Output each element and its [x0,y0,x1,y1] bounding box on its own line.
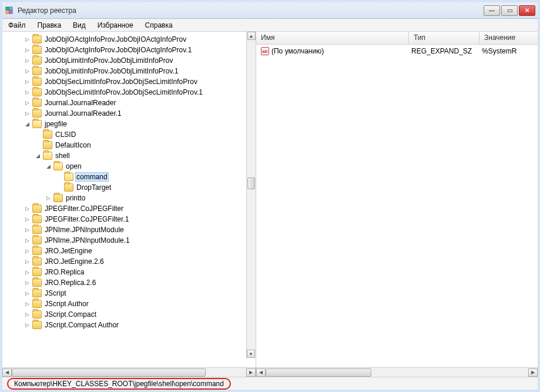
tree-node[interactable]: ▷printto [24,193,256,203]
tree-node[interactable]: ▷JScript.Compact Author [24,320,256,330]
tree-node[interactable]: ▷JobObjSecLimitInfoProv.JobObjSecLimitIn… [24,76,256,87]
scroll-left-arrow-icon[interactable]: ◀ [256,368,266,377]
expander-icon[interactable]: ▷ [24,216,31,223]
tree-label[interactable]: open [65,162,83,170]
tree-label[interactable]: Journal.JournalReader.1 [43,109,123,118]
scroll-track[interactable] [12,368,246,377]
expander-icon[interactable]: ▷ [24,279,31,286]
expander-icon[interactable]: ▷ [24,290,31,297]
expander-icon[interactable]: ▷ [24,36,31,43]
tree-label[interactable]: JRO.JetEngine.2.6 [43,257,105,266]
tree-label[interactable]: JScript.Compact [43,310,98,319]
expander-icon[interactable]: ▷ [24,237,31,244]
tree-label[interactable]: JPNIme.JPNInputModule.1 [43,236,131,244]
expander-icon[interactable]: ◢ [24,120,31,128]
tree-node[interactable]: ▷JPEGFilter.CoJPEGFilter [24,203,256,214]
tree-view[interactable]: ▷JobObjIOActgInfoProv.JobObjIOActgInfoPr… [2,32,256,367]
menu-favorites[interactable]: Избранное [95,20,136,31]
menu-edit[interactable]: Правка [35,20,64,31]
tree-label[interactable]: DefaultIcon [54,141,92,149]
expander-icon[interactable]: ▷ [24,99,31,106]
tree-label[interactable]: JPEGFilter.CoJPEGFilter.1 [43,215,130,223]
tree-node[interactable]: ▷JobObjLimitInfoProv.JobObjLimitInfoProv… [24,66,256,76]
menu-file[interactable]: Файл [6,20,28,31]
tree-label[interactable]: JScript [43,289,68,297]
scroll-track[interactable] [266,368,528,377]
column-header-data[interactable]: Значение [479,32,538,44]
tree-node[interactable]: ▷JPEGFilter.CoJPEGFilter.1 [24,214,256,225]
scroll-right-arrow-icon[interactable]: ▶ [528,368,538,377]
tree-label[interactable]: jpegfile [43,120,68,128]
expander-icon[interactable]: ◢ [45,163,52,170]
menu-help[interactable]: Справка [143,20,175,31]
expander-icon[interactable]: ▷ [24,258,31,265]
expander-icon[interactable]: ▷ [24,226,31,233]
tree-node[interactable]: ▷JPNIme.JPNInputModule.1 [24,235,256,246]
tree-node[interactable]: ▷JRO.JetEngine [24,246,256,256]
tree-node[interactable]: ▷JRO.Replica.2.6 [24,277,256,288]
tree-node-command[interactable]: ▷command [24,172,256,182]
expander-icon[interactable]: ▷ [24,321,31,329]
tree-label[interactable]: CLSID [54,130,77,139]
tree-label[interactable]: DropTarget [75,183,112,192]
expander-icon[interactable]: ▷ [24,269,31,276]
tree-label[interactable]: JobObjSecLimitInfoProv.JobObjSecLimitInf… [43,78,199,86]
expander-icon[interactable]: ▷ [24,247,31,254]
tree-node[interactable]: ▷DropTarget [24,182,256,193]
tree-label[interactable]: JScript Author [43,300,90,308]
list-horizontal-scrollbar[interactable]: ◀ ▶ [256,367,538,377]
tree-node[interactable]: ▷JobObjLimitInfoProv.JobObjLimitInfoProv [24,55,256,66]
expander-icon[interactable]: ▷ [24,89,31,96]
tree-node[interactable]: ▷JPNIme.JPNInputModule [24,225,256,235]
tree-label[interactable]: JobObjIOActgInfoProv.JobObjIOActgInfoPro… [43,46,193,54]
tree-node-open[interactable]: ◢open [24,161,256,172]
tree-label[interactable]: JRO.Replica [43,268,85,276]
tree-label[interactable]: JobObjSecLimitInfoProv.JobObjSecLimitInf… [43,88,204,96]
tree-node[interactable]: ▷JScript Author [24,299,256,309]
tree-label[interactable]: shell [54,152,71,160]
tree-label[interactable]: JPNIme.JPNInputModule [43,226,125,234]
expander-icon[interactable]: ▷ [24,57,31,64]
tree-node[interactable]: ▷JobObjIOActgInfoProv.JobObjIOActgInfoPr… [24,34,256,45]
tree-node-jpegfile[interactable]: ◢jpegfile [24,119,256,129]
tree-node[interactable]: ▷JRO.Replica [24,267,256,277]
scroll-thumb[interactable] [247,177,255,189]
tree-node[interactable]: ▷CLSID [24,129,256,140]
expander-icon[interactable]: ▷ [24,110,31,117]
tree-vertical-scrollbar[interactable]: ▲ ▼ [246,32,256,358]
minimize-button[interactable]: — [484,5,500,16]
column-header-type[interactable]: Тип [409,32,479,44]
tree-node[interactable]: ▷JRO.JetEngine.2.6 [24,256,256,267]
tree-node[interactable]: ▷JobObjSecLimitInfoProv.JobObjSecLimitIn… [24,87,256,98]
scroll-left-arrow-icon[interactable]: ◀ [2,368,12,377]
tree-label[interactable]: JobObjLimitInfoProv.JobObjLimitInfoProv.… [43,67,180,75]
tree-node[interactable]: ▷JobObjIOActgInfoProv.JobObjIOActgInfoPr… [24,45,256,55]
tree-horizontal-scrollbar[interactable]: ◀ ▶ [2,367,256,377]
list-body[interactable]: ab (По умолчанию) REG_EXPAND_SZ %SystemR [256,45,538,367]
scroll-down-arrow-icon[interactable]: ▼ [247,350,255,358]
expander-icon[interactable]: ▷ [24,300,31,307]
tree-label[interactable]: JPEGFilter.CoJPEGFilter [43,205,125,213]
titlebar[interactable]: Редактор реестра — ▭ ✕ [2,2,538,19]
close-button[interactable]: ✕ [519,5,535,16]
column-header-name[interactable]: Имя [256,32,409,44]
scroll-up-arrow-icon[interactable]: ▲ [247,32,256,40]
tree-label[interactable]: JScript.Compact Author [43,321,120,329]
tree-node[interactable]: ▷DefaultIcon [24,140,256,150]
expander-icon[interactable]: ▷ [24,46,31,53]
scroll-right-arrow-icon[interactable]: ▶ [246,368,256,377]
list-row[interactable]: ab (По умолчанию) REG_EXPAND_SZ %SystemR [256,46,538,56]
tree-label[interactable]: JRO.JetEngine [43,247,93,255]
expander-icon[interactable]: ▷ [24,68,31,75]
expander-icon[interactable]: ▷ [24,311,31,318]
expander-icon[interactable]: ▷ [45,195,52,202]
maximize-button[interactable]: ▭ [501,5,518,16]
tree-node[interactable]: ▷JScript [24,288,256,299]
expander-icon[interactable]: ▷ [24,205,31,212]
tree-label[interactable]: JobObjLimitInfoProv.JobObjLimitInfoProv [43,56,175,65]
tree-node[interactable]: ▷JScript.Compact [24,309,256,320]
tree-label[interactable]: JRO.Replica.2.6 [43,279,97,287]
tree-node[interactable]: ▷Journal.JournalReader.1 [24,108,256,119]
scroll-thumb[interactable] [12,368,206,377]
tree-label[interactable]: JobObjIOActgInfoProv.JobObjIOActgInfoPro… [43,35,187,43]
